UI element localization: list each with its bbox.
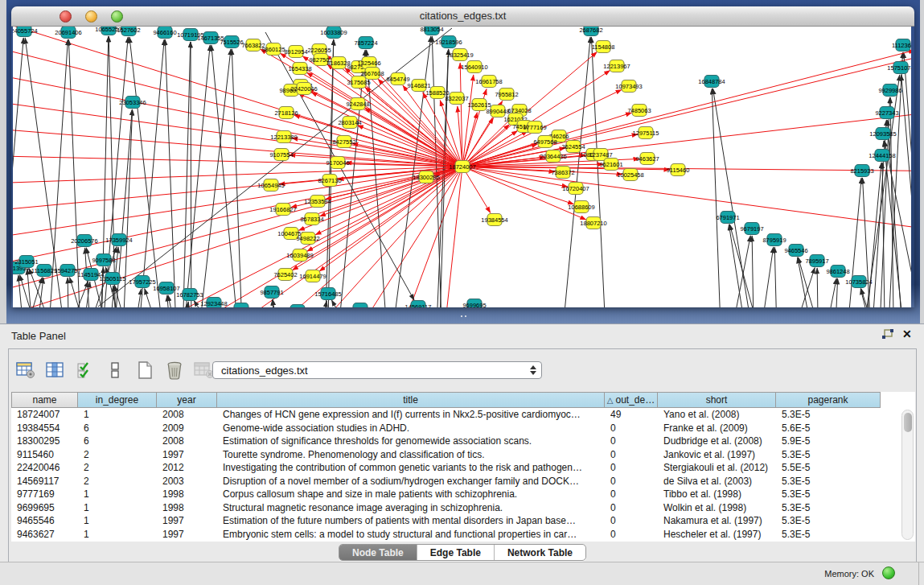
tab-network-table[interactable]: Network Table [494, 545, 585, 560]
graph-node-label: 11459117 [285, 307, 310, 308]
graph-node-label: 9463627 [635, 155, 659, 163]
graph-node-label: 17957225 [129, 278, 155, 286]
graph-node-label: 13505115 [100, 275, 126, 282]
graph-edge [18, 275, 27, 307]
graph-edge [214, 167, 462, 307]
table-cell: 2003 [157, 475, 217, 488]
graph-edge [383, 167, 462, 307]
graph-edge [13, 167, 462, 184]
citation-network-graph: 1872400776638229860125891295422260559827… [13, 27, 911, 307]
table-cell: 5.3E-5 [776, 528, 881, 542]
table-cell: 22420046 [11, 461, 78, 475]
table-cell: 5.3E-5 [776, 408, 881, 422]
network-canvas[interactable]: 1872400776638229860125891295422260559827… [13, 27, 911, 307]
table-cell: 0 [605, 435, 658, 448]
graph-edge [818, 278, 836, 307]
table-cell: 2008 [157, 408, 217, 422]
graph-node-label: 2315051 [14, 258, 38, 266]
tab-node-table[interactable]: Node Table [339, 545, 417, 560]
table-scrollbar-thumb[interactable] [904, 413, 912, 432]
table-cell: 6 [78, 435, 157, 448]
table-row[interactable]: 1872400712008Changes of HCN gene express… [11, 408, 904, 422]
graph-node-label: 9699695 [462, 302, 486, 308]
table-options-icon[interactable] [15, 360, 36, 381]
graph-node-label: 7485063 [627, 107, 651, 114]
graph-edge [862, 178, 873, 307]
table-row[interactable]: 946362711997Embryonic stem cells: a mode… [11, 528, 904, 542]
table-cell: 18724007 [11, 408, 78, 422]
graph-node-label: 19384554 [481, 216, 507, 224]
graph-node-label: 15751074 [887, 64, 911, 72]
graph-node-label: 12213389 [270, 134, 297, 141]
graph-node-label: 24055724 [13, 27, 38, 35]
graph-node-label: 19166827 [269, 206, 296, 213]
new-column-icon[interactable] [134, 360, 155, 381]
column-header-pagerank[interactable]: pagerank [776, 392, 881, 408]
column-header-in_degree[interactable]: in_degree [78, 392, 157, 408]
graph-node-label: 10973493 [615, 83, 642, 90]
column-header-title[interactable]: title [217, 392, 605, 408]
table-row[interactable]: 946554611997Estimation of the future num… [11, 514, 904, 528]
column-header-name[interactable]: name [11, 392, 78, 408]
graph-edge [273, 299, 281, 307]
table-row[interactable]: 977716911998Corpus callosum shape and si… [11, 488, 904, 501]
table-row[interactable]: 969969511998Structural magnetic resonanc… [11, 501, 904, 515]
graph-node-label: 13216485 [347, 306, 373, 308]
table-cell: 1997 [157, 514, 217, 528]
graph-node-label: 6791971 [716, 214, 739, 221]
float-panel-icon[interactable] [881, 329, 894, 340]
table-cell: Tourette syndrome. Phenomenology and cla… [217, 448, 605, 462]
select-columns-icon[interactable] [75, 360, 96, 381]
graph-edge [13, 97, 462, 167]
graph-node-label: 9929986 [878, 87, 901, 94]
graph-node-label: 9679197 [740, 225, 763, 233]
table-cell: 2008 [157, 435, 217, 448]
graph-node-label: 15640910 [461, 64, 487, 71]
graph-node-label: 1527602 [117, 27, 140, 34]
table-cell: 2012 [157, 461, 217, 475]
row-height-icon[interactable] [105, 360, 125, 381]
graph-node-label: 22420046 [290, 85, 317, 93]
graph-node-label: 8990448 [486, 108, 509, 115]
table-cell: 1998 [157, 501, 217, 515]
table-row[interactable]: 1456911722003Disruption of a novel membe… [11, 475, 904, 488]
tab-edge-table[interactable]: Edge Table [417, 545, 494, 560]
graph-node-label: 8322037 [445, 95, 468, 102]
table-cell: Stergiakouli et al. (2012) [658, 461, 776, 475]
table-cell: 18300295 [11, 435, 78, 448]
table-cell: 2 [78, 461, 157, 475]
graph-edge [462, 75, 474, 167]
table-cell: Estimation of significance thresholds fo… [217, 435, 605, 448]
table-row[interactable]: 2242004622012Investigating the contribut… [11, 461, 904, 475]
table-row[interactable]: 911546021997Tourette syndrome. Phenomeno… [11, 448, 904, 462]
graph-node-label: 8678334 [300, 216, 323, 223]
graph-node-label: 2226055 [307, 47, 331, 54]
table-row[interactable]: 1830029562008Estimation of significance … [11, 435, 904, 448]
close-panel-icon[interactable]: ✕ [902, 328, 912, 340]
graph-node-label: 10688609 [568, 204, 594, 211]
table-cell: 5.3E-5 [776, 488, 881, 501]
table-row[interactable]: 1938455462009Genome-wide association stu… [11, 422, 904, 435]
graph-node-label: 12353594 [304, 198, 331, 205]
column-visibility-icon[interactable] [45, 360, 66, 381]
column-header-out_de[interactable]: △out_de… [605, 392, 658, 408]
column-header-year[interactable]: year [157, 392, 217, 408]
table-selector-dropdown[interactable]: citations_edges.txt [212, 361, 542, 379]
table-cell: 1997 [157, 528, 217, 542]
graph-edge [462, 43, 911, 167]
table-cell: 0 [605, 448, 658, 462]
graph-node-label: 16961758 [475, 78, 502, 85]
graph-node-label: 9115460 [667, 167, 690, 174]
table-cell: Franke et al. (2009) [658, 422, 776, 435]
column-header-short[interactable]: short [658, 392, 776, 408]
splitter-grip[interactable] [459, 314, 469, 319]
table-cell: 1 [78, 528, 157, 542]
network-window-titlebar[interactable]: citations_edges.txt [11, 6, 914, 27]
table-cell: Hescheler et al. (1997) [658, 528, 776, 542]
table-scrollbar[interactable] [901, 410, 914, 540]
delete-column-icon[interactable] [164, 360, 185, 381]
graph-node-label: 9107554 [269, 151, 293, 159]
table-cell: 1 [78, 501, 157, 515]
table-cell: 0 [605, 528, 658, 542]
graph-node-label: 9227343 [875, 109, 898, 117]
